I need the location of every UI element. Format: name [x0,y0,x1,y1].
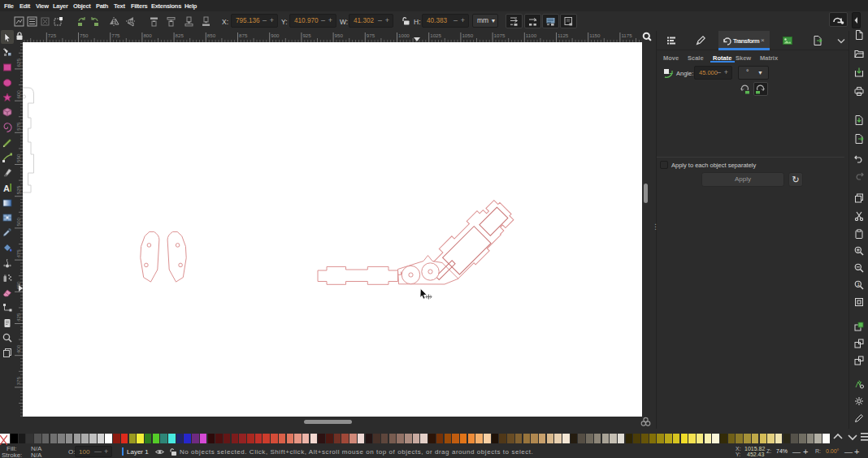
svg-text:1075: 1075 [494,32,506,38]
svg-text:775: 775 [111,32,120,38]
svg-text:400: 400 [15,344,21,353]
svg-text:1100: 1100 [526,32,537,38]
svg-text:525: 525 [15,185,21,194]
svg-text:825: 825 [176,32,184,38]
svg-text:875: 875 [239,32,248,38]
svg-text:550: 550 [15,153,21,162]
svg-text:1175: 1175 [621,32,632,38]
svg-text:625: 625 [15,58,21,67]
svg-text:1025: 1025 [430,32,441,38]
svg-text:950: 950 [335,32,344,38]
svg-text:600: 600 [15,90,21,99]
svg-text:725: 725 [48,32,57,38]
svg-text:425: 425 [15,313,21,322]
svg-text:1150: 1150 [589,32,601,38]
svg-text:475: 475 [15,249,21,258]
svg-text:A: A [3,184,10,193]
svg-text:1125: 1125 [558,32,569,38]
svg-text:975: 975 [367,32,375,38]
svg-text:575: 575 [15,122,21,131]
svg-text:925: 925 [302,32,311,38]
svg-text:800: 800 [143,32,152,38]
svg-text:900: 900 [271,32,280,38]
svg-text:850: 850 [207,32,216,38]
svg-text:750: 750 [80,32,89,38]
svg-text:1000: 1000 [398,32,410,38]
svg-text:1050: 1050 [462,32,473,38]
svg-text:500: 500 [15,218,21,227]
svg-text:375: 375 [15,377,21,386]
